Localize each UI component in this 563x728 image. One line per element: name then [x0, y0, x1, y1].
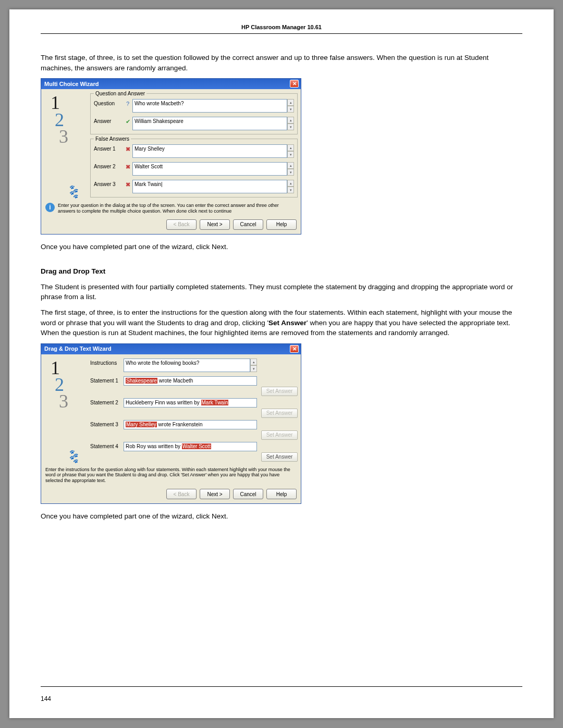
- close-icon[interactable]: ✕: [290, 345, 299, 353]
- statement2-highlight: Mark Twain: [201, 400, 229, 405]
- document-page: HP Classroom Manager 10.61 The first sta…: [9, 9, 554, 718]
- dragdrop-wizard-dialog: Drag & Drop Text Wizard ✕ 1 2 3 🐾🐾 Instr…: [41, 343, 301, 504]
- dd-paragraph-2: The first stage, of three, is to enter t…: [41, 307, 522, 338]
- titlebar[interactable]: Multi Choice Wizard ✕: [41, 79, 301, 89]
- set-answer-button-3[interactable]: Set Answer: [261, 430, 298, 440]
- statement3-input[interactable]: Mary Shelley wrote Frankenstein: [124, 420, 257, 429]
- instructions-label: Instructions: [90, 359, 124, 366]
- scroll-spinner[interactable]: ▴▾: [287, 180, 294, 193]
- answer3-label: Answer 3: [94, 180, 123, 187]
- top-rule: [41, 33, 522, 34]
- statement4-label: Statement 4: [90, 442, 124, 449]
- next-button[interactable]: Next >: [200, 219, 230, 230]
- step-3-icon: 3: [59, 128, 88, 145]
- page-header: HP Classroom Manager 10.61: [41, 24, 522, 30]
- back-button[interactable]: < Back: [166, 219, 197, 230]
- statement1-input[interactable]: Shakespeare wrote Macbeth: [124, 376, 257, 386]
- answer2-input[interactable]: [132, 162, 287, 176]
- statement4-input[interactable]: Rob Roy was written by Walter Scott: [124, 442, 257, 451]
- footprints-icon: 🐾🐾: [69, 451, 78, 462]
- cancel-button[interactable]: Cancel: [233, 219, 263, 230]
- qa-legend: Question and Answer: [94, 91, 146, 96]
- statement1-label: Statement 1: [90, 376, 124, 384]
- dialog-title: Multi Choice Wizard: [44, 81, 99, 87]
- help-button[interactable]: Help: [266, 489, 297, 499]
- statement3-highlight: Mary Shelley: [126, 422, 157, 427]
- instructions-input[interactable]: [124, 359, 250, 372]
- statement4-highlight: Walter Scott: [182, 443, 211, 449]
- scroll-spinner[interactable]: ▴▾: [250, 359, 257, 372]
- dd-paragraph-1: The Student is presented with four parti…: [41, 282, 522, 302]
- set-answer-button-2[interactable]: Set Answer: [261, 409, 298, 418]
- scroll-spinner[interactable]: ▴▾: [287, 117, 294, 130]
- back-button[interactable]: < Back: [166, 489, 197, 499]
- info-icon: i: [45, 203, 55, 212]
- bottom-rule: [41, 686, 522, 687]
- hint-text: Enter the instructions for the question …: [41, 466, 301, 486]
- footprints-icon: 🐾🐾: [69, 186, 78, 198]
- answer3-input[interactable]: [132, 180, 287, 193]
- statement2-head: Huckleberry Finn was written by: [126, 400, 201, 405]
- x-icon: ✖: [123, 162, 132, 170]
- x-icon: ✖: [123, 180, 132, 188]
- answer2-label: Answer 2: [94, 162, 123, 169]
- statement1-tail: wrote Macbeth: [157, 378, 193, 384]
- statement2-input[interactable]: Huckleberry Finn was written by Mark Twa…: [124, 398, 257, 408]
- step-3-icon: 3: [59, 393, 88, 410]
- multi-choice-wizard-dialog: Multi Choice Wizard ✕ 1 2 3 🐾🐾 Question …: [41, 78, 301, 235]
- scroll-spinner[interactable]: ▴▾: [287, 144, 294, 158]
- intro-paragraph-2: Once you have completed part one of the …: [41, 242, 522, 252]
- false-answers-group: False Answers Answer 1 ✖ ▴▾ Answer 2 ✖ ▴…: [90, 136, 298, 198]
- dd-p2-setanswer: Set Answer: [268, 319, 307, 327]
- check-icon: ✔: [123, 117, 132, 125]
- step-1-icon: 1: [51, 94, 88, 111]
- x-icon: ✖: [123, 144, 132, 153]
- wizard-step-sidebar: 1 2 3 🐾🐾: [43, 355, 90, 465]
- scroll-spinner[interactable]: ▴▾: [287, 99, 294, 113]
- closing-paragraph: Once you have completed part one of the …: [41, 511, 522, 522]
- false-legend: False Answers: [94, 136, 131, 142]
- hint-row: i Enter your question in the dialog at t…: [41, 201, 301, 216]
- titlebar[interactable]: Drag & Drop Text Wizard ✕: [41, 344, 301, 354]
- statement4-head: Rob Roy was written by: [126, 443, 182, 449]
- answer-label: Answer: [94, 117, 123, 124]
- close-icon[interactable]: ✕: [290, 80, 299, 88]
- set-answer-button-1[interactable]: Set Answer: [261, 387, 298, 396]
- statement3-label: Statement 3: [90, 420, 124, 427]
- cancel-button[interactable]: Cancel: [233, 489, 263, 499]
- help-button[interactable]: Help: [266, 219, 297, 230]
- scroll-spinner[interactable]: ▴▾: [287, 162, 294, 176]
- dialog-title: Drag & Drop Text Wizard: [44, 346, 112, 352]
- statement3-tail: wrote Frankenstein: [157, 422, 203, 427]
- intro-paragraph-1: The first stage, of three, is to set the…: [41, 53, 522, 73]
- answer-input[interactable]: [132, 117, 287, 130]
- question-label: Question: [94, 99, 123, 106]
- wizard-step-sidebar: 1 2 3 🐾🐾: [43, 90, 90, 200]
- question-input[interactable]: [132, 99, 287, 113]
- answer1-input[interactable]: [132, 144, 287, 158]
- statement2-label: Statement 2: [90, 398, 124, 405]
- next-button[interactable]: Next >: [200, 489, 230, 499]
- answer1-label: Answer 1: [94, 144, 123, 152]
- question-icon: ?: [123, 99, 132, 107]
- statement1-highlight: Shakespeare: [126, 378, 157, 384]
- set-answer-button-4[interactable]: Set Answer: [261, 452, 298, 462]
- dragdrop-heading: Drag and Drop Text: [41, 266, 522, 277]
- question-answer-group: Question and Answer Question ? ▴▾ Answer…: [90, 91, 298, 134]
- hint-text: Enter your question in the dialog at the…: [58, 203, 297, 214]
- page-number: 144: [41, 695, 51, 702]
